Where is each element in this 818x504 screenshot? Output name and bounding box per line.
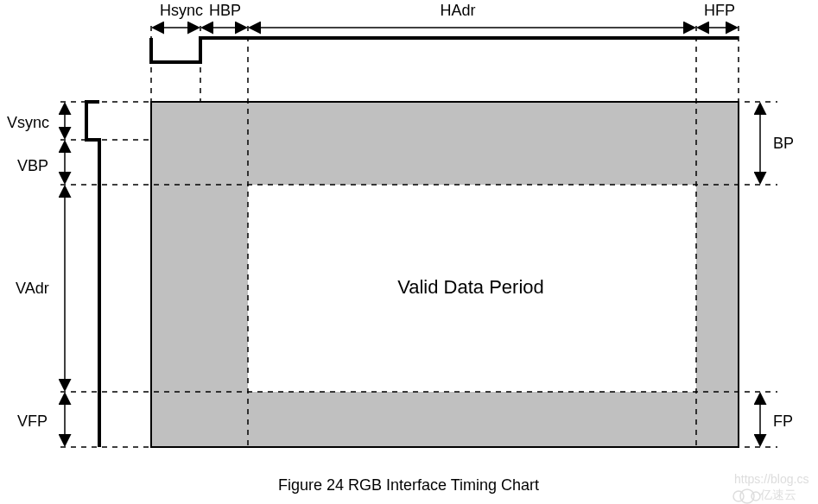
- svg-point-23: [733, 491, 744, 501]
- label-vbp: VBP: [17, 157, 48, 174]
- hsync-waveform: [151, 38, 739, 62]
- watermark-url: https://blog.cs: [734, 472, 808, 486]
- label-valid-data: Valid Data Period: [397, 276, 544, 298]
- figure-caption: Figure 24 RGB Interface Timing Chart: [278, 476, 539, 494]
- svg-point-25: [751, 492, 760, 501]
- label-vfp: VFP: [17, 413, 48, 430]
- label-bp: BP: [773, 135, 794, 152]
- label-vsync: Vsync: [7, 114, 49, 131]
- vsync-waveform: [86, 102, 99, 447]
- timing-area: [151, 102, 739, 447]
- cloud-icon: [733, 489, 760, 503]
- label-hbp: HBP: [209, 2, 241, 19]
- watermark-brand: 亿速云: [759, 488, 796, 501]
- label-hfp: HFP: [704, 2, 735, 19]
- label-hsync: Hsync: [160, 2, 203, 19]
- label-vadr: VAdr: [16, 280, 49, 297]
- label-fp: FP: [773, 413, 793, 430]
- label-hadr: HAdr: [440, 2, 475, 19]
